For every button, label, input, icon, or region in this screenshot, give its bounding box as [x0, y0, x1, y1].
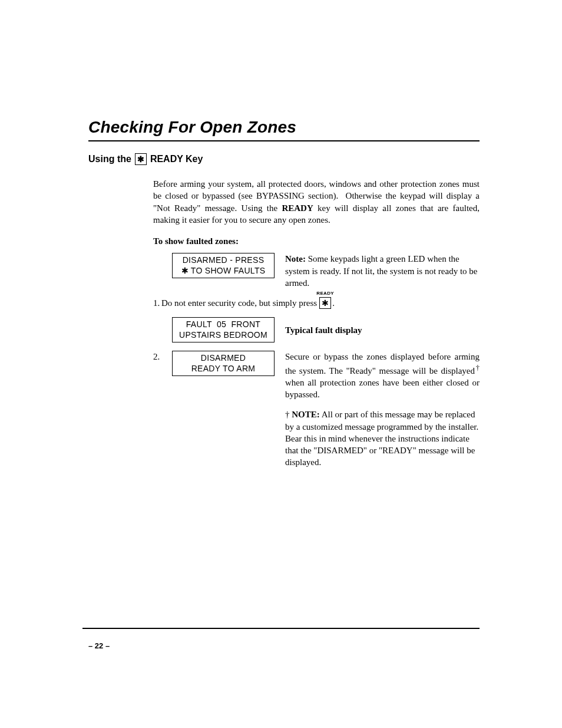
note-1: Note: Some keypads light a green LED whe…	[285, 253, 480, 289]
page: Checking For Open Zones Using the ✱ READ…	[0, 0, 562, 728]
ready-bold: READY	[282, 203, 313, 213]
lcd3-line2: READY TO ARM	[176, 364, 270, 374]
lcd-display-3: DISARMED READY TO ARM	[172, 351, 275, 376]
lcd3-line1: DISARMED	[176, 353, 270, 364]
lcd-display-1: DISARMED - PRESS ✱ TO SHOW FAULTS	[172, 253, 275, 278]
lcd1-line1: DISARMED - PRESS	[176, 255, 270, 266]
step-2: 2. DISARMED READY TO ARM Secure or bypas…	[153, 351, 480, 400]
footer-rule	[82, 628, 480, 629]
note1-text: Some keypads light a green LED when the …	[285, 254, 477, 288]
intro-paragraph: Before arming your system, all protected…	[153, 178, 480, 226]
step1-text-after: .	[332, 297, 335, 309]
step-1: 1. Do not enter security code, but simpl…	[153, 297, 480, 309]
subhead-after: READY Key	[150, 154, 203, 164]
step1-text-before: Do not enter security code, but simply p…	[161, 297, 317, 309]
step2-number: 2.	[153, 351, 161, 363]
dagger-ref: †	[475, 364, 480, 372]
note1-lead: Note:	[285, 254, 306, 263]
lcd2-line1: FAULT 05 FRONT	[176, 319, 270, 330]
asterisk-icon: ✱	[137, 155, 144, 163]
note-2: † NOTE: All or part of this message may …	[285, 409, 480, 468]
star-key-icon: ✱	[135, 153, 147, 165]
row-lcd2: FAULT 05 FRONT UPSTAIRS BEDROOM Typical …	[153, 317, 480, 342]
lcd1-line2: ✱ TO SHOW FAULTS	[176, 266, 270, 276]
body-column: Before arming your system, all protected…	[153, 178, 480, 469]
row-lcd1: DISARMED - PRESS ✱ TO SHOW FAULTS Note: …	[153, 253, 480, 289]
procedure-heading: To show faulted zones:	[153, 235, 480, 247]
step1-number: 1.	[153, 297, 161, 309]
section-heading: Using the ✱ READY Key	[88, 153, 480, 165]
note2-lead: NOTE:	[290, 410, 320, 419]
step2-text: Secure or bypass the zones displayed bef…	[285, 351, 480, 400]
lcd2-line2: UPSTAIRS BEDROOM	[176, 330, 270, 341]
dagger-mark: †	[285, 410, 290, 419]
note-2-row: † NOTE: All or part of this message may …	[153, 409, 480, 468]
page-number: – 22 –	[88, 641, 110, 650]
key-label-ready: READY	[316, 291, 334, 296]
subhead-before: Using the	[88, 154, 131, 164]
typical-fault-label: Typical fault display	[285, 324, 362, 336]
asterisk-icon: ✱	[322, 299, 329, 307]
title-rule	[88, 140, 480, 141]
page-title: Checking For Open Zones	[88, 118, 480, 137]
lcd-display-2: FAULT 05 FRONT UPSTAIRS BEDROOM	[172, 317, 275, 342]
star-key-icon: READY ✱	[319, 297, 331, 309]
